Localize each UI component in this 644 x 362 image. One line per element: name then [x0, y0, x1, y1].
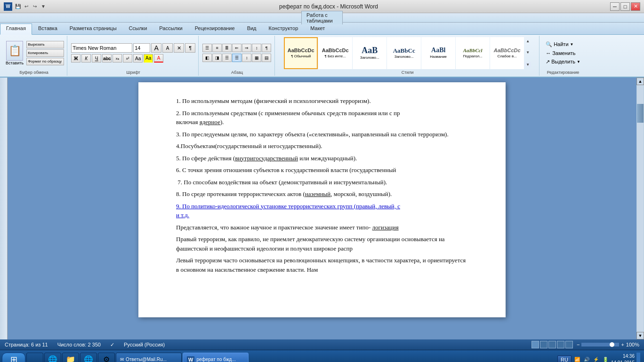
word-app-btn[interactable]: W реферат по бжд...: [183, 353, 249, 362]
cut-button[interactable]: Вырезать: [26, 41, 64, 48]
sort-btn[interactable]: ↕: [252, 44, 261, 52]
zoom-thumb[interactable]: [610, 342, 614, 347]
justify-btn[interactable]: ☰: [232, 54, 242, 62]
more-qa-btn[interactable]: ▼: [40, 3, 47, 10]
close-button[interactable]: ✕: [631, 2, 640, 11]
tab-insert[interactable]: Вставка: [32, 24, 64, 34]
para-8[interactable]: 8. По среде протекания террористических …: [176, 189, 468, 199]
para-11[interactable]: Правый терроризм, как правило, не приемл…: [176, 235, 468, 253]
save-qa-btn[interactable]: 💾: [14, 3, 22, 10]
window-controls[interactable]: ─ □ ✕: [610, 2, 640, 11]
maximize-button[interactable]: □: [620, 2, 630, 11]
style-subtle[interactable]: AaBbCcDc Слабое в...: [490, 37, 524, 69]
zoom-plus[interactable]: +: [621, 342, 624, 347]
scroll-track[interactable]: [637, 85, 644, 332]
word-count[interactable]: Число слов: 2 350: [57, 342, 101, 347]
copy-button[interactable]: Копировать: [26, 49, 64, 57]
select-button[interactable]: ↗ Выделить ▼: [543, 58, 583, 66]
para-mark-btn[interactable]: ¶: [185, 43, 195, 53]
language[interactable]: Русский (Россия): [124, 342, 165, 347]
para-12[interactable]: Левый терроризм часто основывается на ре…: [176, 256, 468, 274]
print-layout-btn[interactable]: [531, 341, 539, 348]
show-para-btn[interactable]: ¶: [262, 44, 271, 52]
para-4[interactable]: 4.Посубъектам(государственный и негосуда…: [176, 142, 468, 151]
para-6[interactable]: 6. С точки зрения отношения субъектов к …: [176, 165, 468, 175]
align-center-btn[interactable]: ◨: [212, 54, 222, 62]
decrease-indent-btn[interactable]: ⇐: [232, 44, 242, 52]
styles-scroll[interactable]: ▲ ▼ ▼: [524, 37, 531, 69]
line-spacing-btn[interactable]: ↕: [242, 54, 251, 62]
style-no-spacing[interactable]: AaBbCcDc ¶ Без инте...: [318, 37, 352, 69]
font-increase-btn[interactable]: A: [151, 43, 161, 53]
scroll-thumb[interactable]: [637, 104, 644, 123]
italic-btn[interactable]: К: [81, 54, 91, 63]
replace-button[interactable]: ↔ Заменить: [543, 49, 578, 57]
font-size-input[interactable]: [133, 43, 150, 53]
para-2[interactable]: 2. По используемым средствам (с применен…: [176, 109, 468, 127]
start-button[interactable]: ⊞: [2, 353, 25, 362]
align-right-btn[interactable]: ☰: [222, 54, 232, 62]
select-dropdown-icon[interactable]: ▼: [577, 60, 580, 64]
page-info[interactable]: Страница: 6 из 11: [5, 342, 48, 347]
tab-references[interactable]: Ссылки: [123, 24, 153, 34]
style-subtitle[interactable]: AaBbCcl Подзагол...: [456, 37, 490, 69]
paste-button[interactable]: 📋 Вставить: [4, 40, 25, 66]
tab-review[interactable]: Рецензирование: [189, 24, 241, 34]
style-heading1[interactable]: AaB Заголово...: [353, 37, 386, 69]
find-dropdown-icon[interactable]: ▼: [570, 42, 574, 47]
chrome-btn[interactable]: ⚙: [98, 353, 115, 362]
minimize-button[interactable]: ─: [610, 2, 620, 11]
tab-home[interactable]: Главная: [0, 24, 32, 35]
para-10[interactable]: Представляется, что важное научное и пра…: [176, 223, 468, 232]
find-button[interactable]: 🔍 Найти ▼: [543, 40, 576, 48]
para-3[interactable]: 3. По преследуемым целям, по характеру о…: [176, 130, 468, 139]
superscript-btn[interactable]: x²: [123, 54, 132, 63]
numbering-btn[interactable]: ≡: [212, 44, 222, 52]
document-page[interactable]: 1. По используемым методам (физический и…: [138, 82, 506, 317]
web-layout-btn[interactable]: [548, 341, 556, 348]
font-color-btn[interactable]: А: [154, 54, 163, 63]
language-btn[interactable]: RU: [557, 355, 572, 362]
explorer-btn[interactable]: 📁: [62, 353, 79, 362]
scroll-down-btn[interactable]: ▼: [636, 332, 644, 339]
increase-indent-btn[interactable]: ⇒: [242, 44, 251, 52]
draft-btn[interactable]: [565, 341, 573, 348]
show-desktop-btn[interactable]: [26, 353, 43, 362]
full-reading-btn[interactable]: [540, 341, 547, 348]
bold-btn[interactable]: Ж: [71, 54, 80, 63]
scroll-up-btn[interactable]: ▲: [636, 78, 644, 85]
clear-format-btn[interactable]: ✕: [174, 43, 184, 53]
tab-view[interactable]: Вид: [241, 24, 263, 34]
vertical-scrollbar[interactable]: ▲ ▼: [636, 78, 644, 339]
zoom-minus[interactable]: −: [577, 342, 580, 347]
strikethrough-btn[interactable]: abc: [102, 54, 112, 63]
ie2-btn[interactable]: 🌐: [80, 353, 97, 362]
tab-layout2[interactable]: Макет: [304, 24, 331, 34]
font-decrease-btn[interactable]: A: [162, 43, 173, 53]
para-1[interactable]: 1. По используемым методам (физический и…: [176, 96, 468, 106]
tab-layout[interactable]: Разметка страницы: [64, 24, 123, 34]
show-desktop-tray[interactable]: [636, 353, 640, 362]
style-title[interactable]: AaBl Название: [421, 37, 455, 69]
undo-qa-btn[interactable]: ↩: [23, 3, 30, 10]
highlight-btn[interactable]: Аа: [144, 54, 153, 63]
style-normal[interactable]: AaBbCcDc ¶ Обычный: [284, 37, 318, 69]
para-9[interactable]: 9. По политико-идеологической установке …: [176, 202, 468, 220]
subscript-btn[interactable]: x₂: [113, 54, 122, 63]
align-left-btn[interactable]: ◧: [202, 54, 212, 62]
shading-btn[interactable]: ▦: [252, 54, 261, 62]
mail-app-btn[interactable]: ✉ Ответы@Mail.Ru...: [116, 353, 182, 362]
format-paint-button[interactable]: Формат по образцу: [26, 58, 64, 65]
document-scroll-area[interactable]: 1. По используемым методам (физический и…: [8, 78, 636, 339]
para-7[interactable]: 7. По способам воздействия на объект (де…: [176, 178, 468, 187]
system-time[interactable]: 14:36 14.01.2015: [611, 353, 635, 362]
bullets-btn[interactable]: ☰: [202, 44, 212, 52]
tab-mailings[interactable]: Рассылки: [153, 24, 188, 34]
font-name-input[interactable]: [71, 43, 132, 53]
tab-design[interactable]: Конструктор: [263, 24, 305, 34]
underline-btn[interactable]: Ч: [92, 54, 101, 63]
ie-btn[interactable]: 🌐: [44, 353, 61, 362]
borders-btn[interactable]: ▤: [262, 54, 271, 62]
case-btn[interactable]: Аа: [133, 54, 143, 63]
redo-qa-btn[interactable]: ↪: [31, 3, 39, 10]
